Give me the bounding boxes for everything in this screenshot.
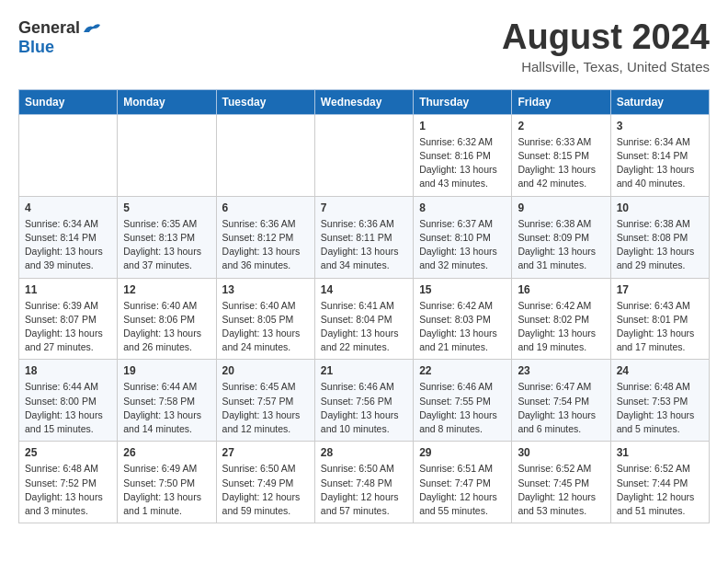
calendar-cell: 1Sunrise: 6:32 AMSunset: 8:16 PMDaylight…	[414, 114, 512, 196]
day-number: 10	[617, 201, 703, 214]
day-number: 20	[222, 364, 309, 377]
day-number: 15	[419, 283, 506, 296]
calendar-week-row: 4Sunrise: 6:34 AMSunset: 8:14 PMDaylight…	[19, 196, 710, 278]
day-number: 12	[123, 283, 210, 296]
calendar-cell: 20Sunrise: 6:45 AMSunset: 7:57 PMDayligh…	[216, 360, 314, 442]
day-number: 26	[123, 446, 210, 459]
column-header-monday: Monday	[118, 89, 216, 114]
column-header-sunday: Sunday	[19, 89, 118, 114]
calendar-cell: 9Sunrise: 6:38 AMSunset: 8:09 PMDaylight…	[512, 196, 610, 278]
calendar-cell: 19Sunrise: 6:44 AMSunset: 7:58 PMDayligh…	[118, 360, 216, 442]
calendar-week-row: 25Sunrise: 6:48 AMSunset: 7:52 PMDayligh…	[19, 442, 710, 523]
day-number: 8	[419, 201, 506, 214]
day-info: Sunrise: 6:52 AMSunset: 7:44 PMDaylight:…	[617, 462, 703, 518]
day-number: 27	[222, 446, 309, 459]
calendar-cell: 26Sunrise: 6:49 AMSunset: 7:50 PMDayligh…	[118, 442, 216, 523]
calendar-week-row: 18Sunrise: 6:44 AMSunset: 8:00 PMDayligh…	[19, 360, 710, 442]
calendar-cell: 28Sunrise: 6:50 AMSunset: 7:48 PMDayligh…	[314, 442, 413, 523]
calendar-cell: 22Sunrise: 6:46 AMSunset: 7:55 PMDayligh…	[414, 360, 512, 442]
calendar-cell: 24Sunrise: 6:48 AMSunset: 7:53 PMDayligh…	[610, 360, 709, 442]
column-header-tuesday: Tuesday	[216, 89, 314, 114]
calendar-cell: 27Sunrise: 6:50 AMSunset: 7:49 PMDayligh…	[216, 442, 314, 523]
day-number: 14	[321, 283, 407, 296]
calendar-cell: 12Sunrise: 6:40 AMSunset: 8:06 PMDayligh…	[118, 278, 216, 360]
calendar-cell: 31Sunrise: 6:52 AMSunset: 7:44 PMDayligh…	[610, 442, 709, 523]
day-info: Sunrise: 6:42 AMSunset: 8:03 PMDaylight:…	[419, 299, 506, 355]
day-number: 13	[222, 283, 309, 296]
day-info: Sunrise: 6:40 AMSunset: 8:05 PMDaylight:…	[222, 299, 309, 355]
day-info: Sunrise: 6:52 AMSunset: 7:45 PMDaylight:…	[518, 462, 604, 518]
month-year-title: August 2024	[502, 18, 710, 57]
calendar-cell	[118, 114, 216, 196]
column-header-thursday: Thursday	[414, 89, 512, 114]
day-number: 5	[123, 201, 210, 214]
day-number: 30	[518, 446, 604, 459]
day-number: 29	[419, 446, 506, 459]
logo-general-text: General	[18, 18, 80, 38]
calendar-cell: 30Sunrise: 6:52 AMSunset: 7:45 PMDayligh…	[512, 442, 610, 523]
calendar-cell: 3Sunrise: 6:34 AMSunset: 8:14 PMDaylight…	[610, 114, 709, 196]
logo-bird-icon	[82, 21, 102, 36]
calendar-cell: 13Sunrise: 6:40 AMSunset: 8:05 PMDayligh…	[216, 278, 314, 360]
day-number: 24	[617, 364, 703, 377]
calendar-cell: 5Sunrise: 6:35 AMSunset: 8:13 PMDaylight…	[118, 196, 216, 278]
day-number: 22	[419, 364, 506, 377]
page-header: General Blue August 2024 Hallsville, Tex…	[18, 18, 710, 75]
calendar-cell: 7Sunrise: 6:36 AMSunset: 8:11 PMDaylight…	[314, 196, 413, 278]
day-info: Sunrise: 6:36 AMSunset: 8:12 PMDaylight:…	[222, 217, 309, 273]
day-info: Sunrise: 6:49 AMSunset: 7:50 PMDaylight:…	[123, 462, 210, 518]
day-number: 25	[25, 446, 111, 459]
day-number: 21	[321, 364, 407, 377]
calendar-cell: 14Sunrise: 6:41 AMSunset: 8:04 PMDayligh…	[314, 278, 413, 360]
logo-blue-text: Blue	[18, 38, 54, 57]
calendar-cell: 8Sunrise: 6:37 AMSunset: 8:10 PMDaylight…	[414, 196, 512, 278]
day-info: Sunrise: 6:44 AMSunset: 7:58 PMDaylight:…	[123, 380, 210, 436]
column-header-wednesday: Wednesday	[314, 89, 413, 114]
logo: General Blue	[18, 18, 102, 57]
calendar-cell: 15Sunrise: 6:42 AMSunset: 8:03 PMDayligh…	[414, 278, 512, 360]
calendar-cell: 16Sunrise: 6:42 AMSunset: 8:02 PMDayligh…	[512, 278, 610, 360]
day-info: Sunrise: 6:44 AMSunset: 8:00 PMDaylight:…	[25, 380, 111, 436]
day-info: Sunrise: 6:40 AMSunset: 8:06 PMDaylight:…	[123, 299, 210, 355]
calendar-week-row: 11Sunrise: 6:39 AMSunset: 8:07 PMDayligh…	[19, 278, 710, 360]
day-info: Sunrise: 6:37 AMSunset: 8:10 PMDaylight:…	[419, 217, 506, 273]
day-info: Sunrise: 6:42 AMSunset: 8:02 PMDaylight:…	[518, 299, 604, 355]
day-info: Sunrise: 6:38 AMSunset: 8:09 PMDaylight:…	[518, 217, 604, 273]
column-header-friday: Friday	[512, 89, 610, 114]
calendar-cell: 23Sunrise: 6:47 AMSunset: 7:54 PMDayligh…	[512, 360, 610, 442]
calendar-week-row: 1Sunrise: 6:32 AMSunset: 8:16 PMDaylight…	[19, 114, 710, 196]
day-info: Sunrise: 6:46 AMSunset: 7:55 PMDaylight:…	[419, 380, 506, 436]
calendar-cell: 2Sunrise: 6:33 AMSunset: 8:15 PMDaylight…	[512, 114, 610, 196]
calendar-cell	[216, 114, 314, 196]
calendar-cell: 29Sunrise: 6:51 AMSunset: 7:47 PMDayligh…	[414, 442, 512, 523]
day-number: 6	[222, 201, 309, 214]
day-info: Sunrise: 6:47 AMSunset: 7:54 PMDaylight:…	[518, 380, 604, 436]
day-number: 17	[617, 283, 703, 296]
day-info: Sunrise: 6:32 AMSunset: 8:16 PMDaylight:…	[419, 135, 506, 191]
day-number: 11	[25, 283, 111, 296]
day-info: Sunrise: 6:50 AMSunset: 7:49 PMDaylight:…	[222, 462, 309, 518]
day-info: Sunrise: 6:43 AMSunset: 8:01 PMDaylight:…	[617, 299, 703, 355]
day-info: Sunrise: 6:34 AMSunset: 8:14 PMDaylight:…	[25, 217, 111, 273]
day-info: Sunrise: 6:51 AMSunset: 7:47 PMDaylight:…	[419, 462, 506, 518]
day-info: Sunrise: 6:45 AMSunset: 7:57 PMDaylight:…	[222, 380, 309, 436]
calendar-cell: 21Sunrise: 6:46 AMSunset: 7:56 PMDayligh…	[314, 360, 413, 442]
day-number: 16	[518, 283, 604, 296]
day-info: Sunrise: 6:41 AMSunset: 8:04 PMDaylight:…	[321, 299, 407, 355]
calendar-cell	[314, 114, 413, 196]
day-number: 9	[518, 201, 604, 214]
day-info: Sunrise: 6:48 AMSunset: 7:52 PMDaylight:…	[25, 462, 111, 518]
day-info: Sunrise: 6:36 AMSunset: 8:11 PMDaylight:…	[321, 217, 407, 273]
calendar-cell: 17Sunrise: 6:43 AMSunset: 8:01 PMDayligh…	[610, 278, 709, 360]
day-number: 31	[617, 446, 703, 459]
location-subtitle: Hallsville, Texas, United States	[502, 59, 710, 75]
day-number: 1	[419, 120, 506, 132]
column-header-saturday: Saturday	[610, 89, 709, 114]
title-block: August 2024 Hallsville, Texas, United St…	[502, 18, 710, 75]
calendar-cell	[19, 114, 118, 196]
day-number: 7	[321, 201, 407, 214]
day-info: Sunrise: 6:35 AMSunset: 8:13 PMDaylight:…	[123, 217, 210, 273]
day-info: Sunrise: 6:38 AMSunset: 8:08 PMDaylight:…	[617, 217, 703, 273]
day-number: 23	[518, 364, 604, 377]
calendar-cell: 25Sunrise: 6:48 AMSunset: 7:52 PMDayligh…	[19, 442, 118, 523]
